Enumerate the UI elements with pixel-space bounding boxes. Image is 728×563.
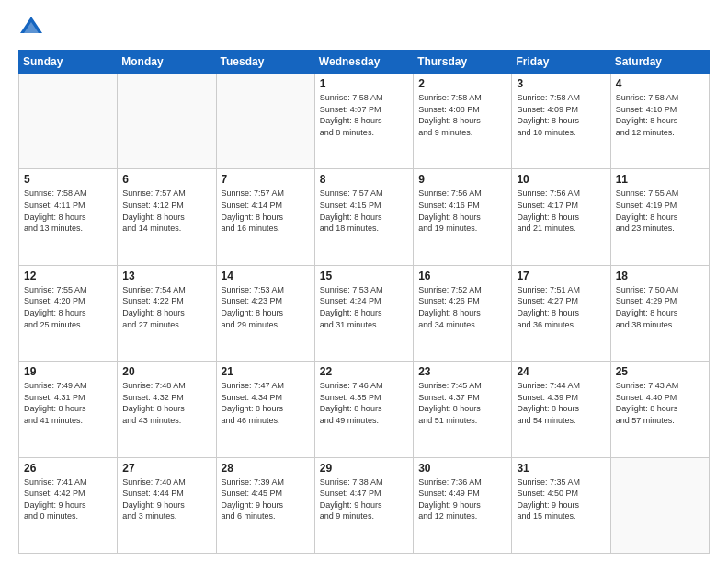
logo	[18, 15, 48, 40]
weekday-header-row: SundayMondayTuesdayWednesdayThursdayFrid…	[19, 51, 710, 74]
day-info: Sunrise: 7:57 AM Sunset: 4:14 PM Dayligh…	[222, 188, 310, 234]
calendar-cell: 3Sunrise: 7:58 AM Sunset: 4:09 PM Daylig…	[512, 74, 610, 169]
day-info: Sunrise: 7:53 AM Sunset: 4:23 PM Dayligh…	[222, 284, 310, 330]
calendar-cell: 28Sunrise: 7:39 AM Sunset: 4:45 PM Dayli…	[216, 457, 314, 553]
calendar-cell: 1Sunrise: 7:58 AM Sunset: 4:07 PM Daylig…	[314, 74, 413, 169]
day-number: 3	[517, 77, 605, 90]
day-info: Sunrise: 7:55 AM Sunset: 4:19 PM Dayligh…	[616, 188, 704, 234]
day-number: 31	[517, 462, 605, 475]
day-number: 14	[222, 270, 310, 282]
calendar-cell	[216, 74, 314, 169]
day-info: Sunrise: 7:46 AM Sunset: 4:35 PM Dayligh…	[320, 380, 408, 426]
day-info: Sunrise: 7:57 AM Sunset: 4:12 PM Dayligh…	[122, 188, 210, 234]
day-info: Sunrise: 7:58 AM Sunset: 4:10 PM Dayligh…	[616, 92, 704, 138]
day-info: Sunrise: 7:51 AM Sunset: 4:27 PM Dayligh…	[517, 284, 605, 330]
day-info: Sunrise: 7:55 AM Sunset: 4:20 PM Dayligh…	[24, 284, 112, 330]
day-number: 4	[616, 77, 704, 90]
day-info: Sunrise: 7:43 AM Sunset: 4:40 PM Dayligh…	[616, 380, 704, 426]
day-info: Sunrise: 7:47 AM Sunset: 4:34 PM Dayligh…	[222, 380, 310, 426]
calendar-cell: 9Sunrise: 7:56 AM Sunset: 4:16 PM Daylig…	[414, 169, 512, 265]
day-number: 2	[418, 77, 506, 90]
day-info: Sunrise: 7:56 AM Sunset: 4:16 PM Dayligh…	[418, 188, 506, 234]
calendar-cell: 19Sunrise: 7:49 AM Sunset: 4:31 PM Dayli…	[19, 362, 118, 457]
day-info: Sunrise: 7:45 AM Sunset: 4:37 PM Dayligh…	[418, 380, 506, 426]
day-number: 12	[24, 270, 112, 282]
day-number: 19	[24, 365, 112, 378]
calendar-cell: 23Sunrise: 7:45 AM Sunset: 4:37 PM Dayli…	[414, 362, 512, 457]
day-info: Sunrise: 7:36 AM Sunset: 4:49 PM Dayligh…	[418, 477, 506, 523]
calendar-cell: 11Sunrise: 7:55 AM Sunset: 4:19 PM Dayli…	[610, 169, 709, 265]
calendar-week-row: 26Sunrise: 7:41 AM Sunset: 4:42 PM Dayli…	[19, 457, 710, 553]
day-info: Sunrise: 7:58 AM Sunset: 4:09 PM Dayligh…	[517, 92, 605, 138]
calendar-cell: 31Sunrise: 7:35 AM Sunset: 4:50 PM Dayli…	[512, 457, 610, 553]
day-info: Sunrise: 7:44 AM Sunset: 4:39 PM Dayligh…	[517, 380, 605, 426]
calendar-cell: 17Sunrise: 7:51 AM Sunset: 4:27 PM Dayli…	[512, 265, 610, 361]
calendar-table: SundayMondayTuesdayWednesdayThursdayFrid…	[18, 50, 710, 554]
weekday-header-tuesday: Tuesday	[216, 51, 314, 74]
calendar-cell	[19, 74, 118, 169]
calendar-cell: 15Sunrise: 7:53 AM Sunset: 4:24 PM Dayli…	[314, 265, 413, 361]
day-number: 25	[616, 365, 704, 378]
calendar-cell: 27Sunrise: 7:40 AM Sunset: 4:44 PM Dayli…	[118, 457, 216, 553]
calendar-cell: 29Sunrise: 7:38 AM Sunset: 4:47 PM Dayli…	[314, 457, 413, 553]
weekday-header-sunday: Sunday	[19, 51, 118, 74]
weekday-header-saturday: Saturday	[610, 51, 709, 74]
day-info: Sunrise: 7:38 AM Sunset: 4:47 PM Dayligh…	[320, 477, 408, 523]
weekday-header-wednesday: Wednesday	[314, 51, 413, 74]
header	[18, 15, 710, 40]
calendar-cell: 14Sunrise: 7:53 AM Sunset: 4:23 PM Dayli…	[216, 265, 314, 361]
day-number: 10	[517, 173, 605, 186]
calendar-week-row: 5Sunrise: 7:58 AM Sunset: 4:11 PM Daylig…	[19, 169, 710, 265]
logo-icon	[18, 15, 44, 40]
day-info: Sunrise: 7:52 AM Sunset: 4:26 PM Dayligh…	[418, 284, 506, 330]
calendar-cell: 10Sunrise: 7:56 AM Sunset: 4:17 PM Dayli…	[512, 169, 610, 265]
day-number: 20	[122, 365, 210, 378]
day-number: 6	[122, 173, 210, 186]
day-number: 16	[418, 270, 506, 282]
day-number: 9	[418, 173, 506, 186]
calendar-week-row: 19Sunrise: 7:49 AM Sunset: 4:31 PM Dayli…	[19, 362, 710, 457]
calendar-week-row: 12Sunrise: 7:55 AM Sunset: 4:20 PM Dayli…	[19, 265, 710, 361]
day-info: Sunrise: 7:58 AM Sunset: 4:07 PM Dayligh…	[320, 92, 408, 138]
day-info: Sunrise: 7:40 AM Sunset: 4:44 PM Dayligh…	[122, 477, 210, 523]
calendar-cell: 20Sunrise: 7:48 AM Sunset: 4:32 PM Dayli…	[118, 362, 216, 457]
day-info: Sunrise: 7:41 AM Sunset: 4:42 PM Dayligh…	[24, 477, 112, 523]
day-info: Sunrise: 7:58 AM Sunset: 4:11 PM Dayligh…	[24, 188, 112, 234]
calendar-cell: 2Sunrise: 7:58 AM Sunset: 4:08 PM Daylig…	[414, 74, 512, 169]
day-number: 18	[616, 270, 704, 282]
calendar-cell: 22Sunrise: 7:46 AM Sunset: 4:35 PM Dayli…	[314, 362, 413, 457]
day-info: Sunrise: 7:48 AM Sunset: 4:32 PM Dayligh…	[122, 380, 210, 426]
calendar-cell: 21Sunrise: 7:47 AM Sunset: 4:34 PM Dayli…	[216, 362, 314, 457]
weekday-header-friday: Friday	[512, 51, 610, 74]
day-info: Sunrise: 7:56 AM Sunset: 4:17 PM Dayligh…	[517, 188, 605, 234]
calendar-cell: 13Sunrise: 7:54 AM Sunset: 4:22 PM Dayli…	[118, 265, 216, 361]
calendar-cell: 7Sunrise: 7:57 AM Sunset: 4:14 PM Daylig…	[216, 169, 314, 265]
day-info: Sunrise: 7:58 AM Sunset: 4:08 PM Dayligh…	[418, 92, 506, 138]
day-number: 29	[320, 462, 408, 475]
calendar-cell: 5Sunrise: 7:58 AM Sunset: 4:11 PM Daylig…	[19, 169, 118, 265]
day-info: Sunrise: 7:53 AM Sunset: 4:24 PM Dayligh…	[320, 284, 408, 330]
day-info: Sunrise: 7:54 AM Sunset: 4:22 PM Dayligh…	[122, 284, 210, 330]
weekday-header-monday: Monday	[118, 51, 216, 74]
day-info: Sunrise: 7:57 AM Sunset: 4:15 PM Dayligh…	[320, 188, 408, 234]
day-number: 22	[320, 365, 408, 378]
day-number: 1	[320, 77, 408, 90]
day-number: 28	[222, 462, 310, 475]
calendar-cell	[118, 74, 216, 169]
calendar-cell: 26Sunrise: 7:41 AM Sunset: 4:42 PM Dayli…	[19, 457, 118, 553]
calendar-cell: 30Sunrise: 7:36 AM Sunset: 4:49 PM Dayli…	[414, 457, 512, 553]
calendar-cell: 18Sunrise: 7:50 AM Sunset: 4:29 PM Dayli…	[610, 265, 709, 361]
calendar-cell: 16Sunrise: 7:52 AM Sunset: 4:26 PM Dayli…	[414, 265, 512, 361]
day-number: 26	[24, 462, 112, 475]
calendar-cell: 8Sunrise: 7:57 AM Sunset: 4:15 PM Daylig…	[314, 169, 413, 265]
day-number: 17	[517, 270, 605, 282]
calendar-week-row: 1Sunrise: 7:58 AM Sunset: 4:07 PM Daylig…	[19, 74, 710, 169]
day-info: Sunrise: 7:39 AM Sunset: 4:45 PM Dayligh…	[222, 477, 310, 523]
day-number: 21	[222, 365, 310, 378]
day-info: Sunrise: 7:35 AM Sunset: 4:50 PM Dayligh…	[517, 477, 605, 523]
day-number: 11	[616, 173, 704, 186]
day-number: 8	[320, 173, 408, 186]
day-number: 23	[418, 365, 506, 378]
weekday-header-thursday: Thursday	[414, 51, 512, 74]
calendar-cell: 24Sunrise: 7:44 AM Sunset: 4:39 PM Dayli…	[512, 362, 610, 457]
